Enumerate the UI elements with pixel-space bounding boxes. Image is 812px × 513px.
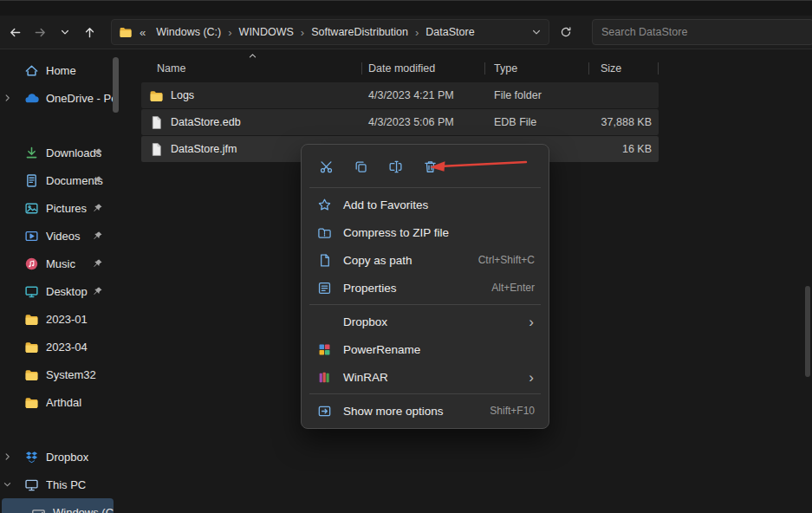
back-button[interactable]	[3, 20, 27, 44]
sidebar-item-home[interactable]: Home	[2, 56, 114, 84]
sidebar-item-windows-c[interactable]: Windows (C:)	[2, 498, 114, 513]
menu-item-copy-as-path[interactable]: Copy as pathCtrl+Shift+C	[305, 246, 545, 274]
sidebar-item-onedrive-pers[interactable]: OneDrive - Pers	[2, 84, 114, 112]
refresh-button[interactable]	[555, 20, 577, 44]
menu-item-icon-slot	[317, 315, 332, 329]
column-header-name[interactable]: Name	[141, 56, 362, 81]
downloads-icon	[24, 146, 39, 160]
menu-item-label: WinRAR	[343, 371, 388, 384]
sidebar-item-videos[interactable]: Videos	[2, 222, 114, 250]
menu-divider	[309, 304, 541, 305]
sidebar-item-system32[interactable]: System32	[2, 360, 114, 388]
sidebar-item-label: Windows (C:)	[53, 506, 114, 513]
menu-items: Add to FavoritesCompress to ZIP fileCopy…	[305, 191, 545, 425]
main-scrollbar-thumb[interactable]	[805, 286, 810, 377]
column-header-label: Size	[601, 62, 621, 75]
menu-item-powerrename[interactable]: PowerRename	[305, 335, 545, 363]
drive-icon	[31, 505, 46, 513]
breadcrumb-separator: ›	[225, 26, 234, 39]
desktop-icon	[24, 284, 39, 299]
copy-button[interactable]	[347, 153, 374, 180]
copy-path-icon	[317, 253, 332, 268]
toolbar: « Windows (C:)›WINDOWS›SoftwareDistribut…	[0, 16, 812, 49]
sidebar-scrollbar-thumb[interactable]	[113, 57, 119, 113]
context-menu: Add to FavoritesCompress to ZIP fileCopy…	[301, 144, 549, 429]
menu-item-add-to-favorites[interactable]: Add to Favorites	[305, 191, 545, 218]
menu-item-winrar[interactable]: WinRAR›	[305, 363, 545, 391]
menu-item-label: Dropbox	[343, 315, 387, 328]
this-pc-icon	[24, 477, 39, 492]
breadcrumb-overflow-chevrons[interactable]: «	[133, 26, 152, 39]
address-dropdown-chevron-icon[interactable]	[531, 27, 542, 37]
sidebar-item-label: Music	[46, 257, 75, 270]
sidebar-item-2023-04[interactable]: 2023-04	[2, 333, 114, 360]
breadcrumb-item-datastore[interactable]: DataStore	[421, 23, 478, 41]
file-row-logs[interactable]: Logs4/3/2023 4:21 PMFile folder	[141, 82, 659, 108]
breadcrumb-item-windows[interactable]: WINDOWS	[235, 23, 298, 41]
menu-item-icon-slot	[317, 404, 332, 419]
column-header-type[interactable]: Type	[485, 56, 589, 81]
file-name-cell: DataStore.edb	[141, 115, 362, 130]
cut-button[interactable]	[312, 153, 340, 180]
sidebar-group: DownloadsDocumentsPicturesVideosMusicDes…	[0, 139, 114, 416]
sidebar-item-2023-01[interactable]: 2023-01	[2, 305, 114, 333]
sidebar-item-label: Videos	[46, 230, 81, 243]
file-icon	[149, 142, 164, 157]
sidebar-item-downloads[interactable]: Downloads	[2, 139, 114, 166]
expander-chevron-icon[interactable]	[3, 452, 12, 462]
pin-icon	[92, 147, 103, 159]
recent-locations-button[interactable]	[53, 20, 77, 44]
menu-item-compress-to-zip-file[interactable]: Compress to ZIP file	[305, 218, 545, 246]
column-header-date-modified[interactable]: Date modified	[362, 56, 485, 81]
delete-button[interactable]	[416, 153, 444, 180]
rename-icon	[388, 159, 403, 174]
sidebar-item-label: Pictures	[46, 202, 87, 215]
folder-icon	[24, 340, 39, 354]
chevron-down-icon	[60, 27, 70, 37]
search-input[interactable]	[601, 26, 804, 38]
menu-item-dropbox[interactable]: Dropbox›	[305, 308, 545, 335]
up-button[interactable]	[77, 20, 101, 44]
forward-button[interactable]	[28, 20, 52, 44]
sidebar-item-desktop[interactable]: Desktop	[2, 277, 114, 305]
zip-icon	[317, 225, 332, 240]
rename-button[interactable]	[381, 153, 409, 180]
folder-icon	[24, 367, 39, 382]
menu-item-label: Add to Favorites	[343, 198, 428, 211]
menu-item-label: Properties	[343, 282, 397, 295]
sidebar-item-arthdal[interactable]: Arthdal	[2, 388, 114, 416]
menu-item-properties[interactable]: PropertiesAlt+Enter	[305, 274, 545, 302]
sidebar-item-dropbox[interactable]: Dropbox	[2, 443, 114, 471]
menu-item-label: Copy as path	[343, 254, 412, 267]
menu-item-shortcut: Alt+Enter	[491, 282, 538, 294]
sidebar-item-this-pc[interactable]: This PC	[2, 471, 114, 498]
title-bar	[0, 0, 812, 16]
breadcrumb-item-windows-c[interactable]: Windows (C:)	[152, 23, 225, 41]
properties-icon	[317, 281, 332, 295]
file-name: Logs	[171, 89, 194, 101]
pin-icon	[92, 203, 103, 214]
sidebar-scrollbar[interactable]	[112, 49, 120, 513]
forward-arrow-icon	[34, 26, 47, 39]
pin-icon	[92, 175, 103, 186]
expander-chevron-icon[interactable]	[3, 94, 12, 103]
show-more-icon	[317, 404, 332, 419]
main-scrollbar[interactable]	[805, 49, 811, 513]
expander-chevron-icon[interactable]	[3, 480, 12, 490]
address-bar[interactable]: « Windows (C:)›WINDOWS›SoftwareDistribut…	[111, 19, 549, 45]
menu-item-show-more-options[interactable]: Show more optionsShift+F10	[305, 397, 545, 425]
breadcrumb-item-softwaredistribution[interactable]: SoftwareDistribution	[307, 23, 412, 41]
up-arrow-icon	[83, 26, 96, 39]
column-header-size[interactable]: Size	[589, 56, 659, 81]
breadcrumb: Windows (C:)›WINDOWS›SoftwareDistributio…	[152, 23, 478, 41]
refresh-icon	[560, 26, 572, 38]
navigation-pane: HomeOneDrive - PersDownloadsDocumentsPic…	[0, 49, 126, 513]
menu-item-label: Compress to ZIP file	[343, 226, 449, 239]
sidebar-item-pictures[interactable]: Pictures	[2, 194, 114, 222]
file-row-datastore-edb[interactable]: DataStore.edb4/3/2023 5:06 PMEDB File37,…	[141, 109, 659, 135]
sidebar-item-documents[interactable]: Documents	[2, 166, 114, 194]
sidebar-item-music[interactable]: Music	[2, 250, 114, 277]
breadcrumb-separator: ›	[298, 26, 307, 39]
search-box	[592, 19, 812, 45]
file-explorer-window: « Windows (C:)›WINDOWS›SoftwareDistribut…	[0, 0, 812, 513]
